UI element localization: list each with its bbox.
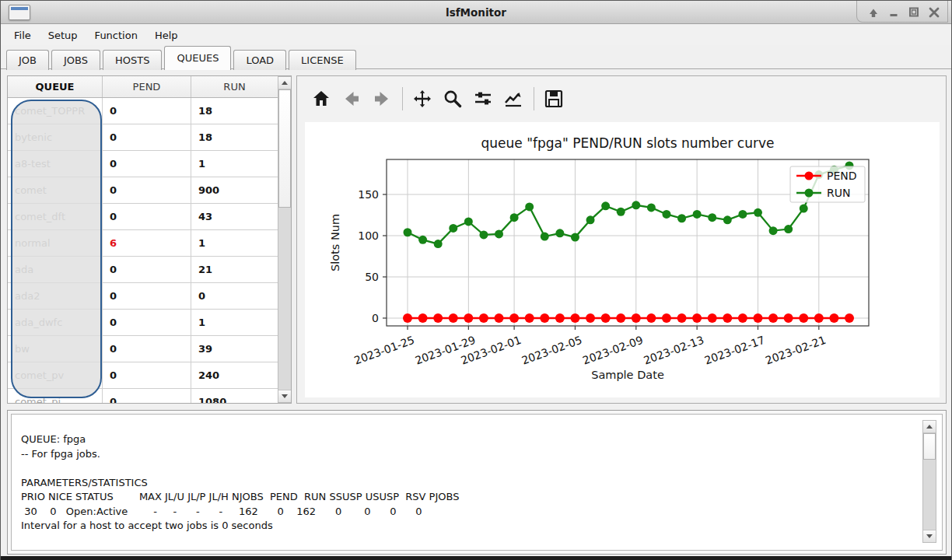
svg-text:2023-01-25: 2023-01-25 [352,334,416,367]
run-cell: 21 [191,257,278,282]
figure-canvas: PENDRUNqueue "fpga" PEND/RUN slots numbe… [305,122,940,397]
run-cell: 43 [191,204,278,229]
tab-job[interactable]: JOB [6,50,49,70]
tab-license[interactable]: LICENSE [289,50,356,70]
run-cell: 39 [191,336,278,362]
run-cell: 18 [191,98,278,124]
tab-queues[interactable]: QUEUES [164,46,231,70]
axes-edit-button[interactable] [500,86,527,112]
pend-cell: 0 [103,389,191,404]
zoom-icon [442,88,464,110]
window-title: lsfMonitor [1,1,951,24]
queue-column-selection-overlay[interactable] [11,100,102,398]
svg-text:0: 0 [372,312,379,324]
forward-icon [371,88,393,110]
lsfmonitor-window: lsfMonitor FileSetupFunctionHelp JOBJOBS… [0,0,952,560]
home-icon [310,88,332,110]
svg-text:100: 100 [358,229,379,242]
column-header-pend[interactable]: PEND [103,76,191,97]
svg-text:Slots Num: Slots Num [329,214,341,271]
chart-panel: PENDRUNqueue "fpga" PEND/RUN slots numbe… [296,75,947,404]
queue-slots-chart: PENDRUNqueue "fpga" PEND/RUN slots numbe… [305,122,940,397]
toolbar-separator [402,87,403,110]
tabbar: JOBJOBSHOSTSQUEUESLOADLICENSE [1,45,951,69]
svg-text:2023-02-17: 2023-02-17 [703,334,767,367]
svg-text:PEND: PEND [827,170,857,182]
scroll-down-button[interactable] [923,530,936,542]
pend-cell: 0 [103,177,191,203]
toolbar-separator [534,87,534,110]
menu-item-function[interactable]: Function [86,27,146,44]
svg-text:150: 150 [358,188,379,201]
minimize-button[interactable] [885,4,902,21]
triangle-down-icon [926,534,933,538]
queue-table-header: QUEUEPENDRUN [8,76,278,98]
menu-item-file[interactable]: File [5,27,40,44]
scroll-down-button[interactable] [278,390,291,402]
svg-text:2023-02-05: 2023-02-05 [520,334,584,367]
run-cell: 1 [191,230,278,256]
triangle-up-icon [926,425,933,429]
run-cell: 1 [191,151,278,177]
save-icon [543,88,565,110]
tab-hosts[interactable]: HOSTS [103,50,162,70]
subplots-config-icon [472,88,494,110]
pend-cell: 0 [103,362,191,388]
column-header-queue[interactable]: QUEUE [8,76,103,97]
scroll-up-button[interactable] [923,421,936,433]
pend-cell: 0 [103,204,191,229]
pan-button[interactable] [409,86,436,112]
detail-scrollbar[interactable] [922,420,936,543]
tab-jobs[interactable]: JOBS [51,50,100,70]
pan-icon [411,88,433,110]
scrollbar-thumb[interactable] [278,89,291,208]
svg-text:2023-02-21: 2023-02-21 [764,334,828,367]
menu-item-help[interactable]: Help [146,27,187,44]
run-cell: 240 [191,362,278,388]
run-cell: 1 [191,310,278,335]
zoom-button[interactable] [439,86,466,112]
menubar: FileSetupFunctionHelp [1,25,951,45]
triangle-down-icon [282,394,288,398]
run-cell: 18 [191,124,278,150]
home-button[interactable] [308,86,334,112]
svg-text:2023-02-13: 2023-02-13 [642,334,705,367]
scrollbar-thumb[interactable] [923,433,936,460]
run-cell: 900 [191,177,278,203]
pend-cell: 0 [103,124,191,150]
back-button[interactable] [338,86,365,112]
svg-text:2023-02-09: 2023-02-09 [581,334,645,367]
pend-cell: 0 [103,310,191,335]
scroll-up-button[interactable] [278,77,291,89]
axes-edit-icon [502,88,524,110]
pend-cell: 0 [103,283,191,309]
queue-table-scrollbar[interactable] [278,76,292,403]
title-bar[interactable]: lsfMonitor [1,1,951,24]
svg-text:Sample Date: Sample Date [591,369,664,381]
menu-item-setup[interactable]: Setup [40,27,86,44]
dash-icon [885,4,902,21]
forward-button[interactable] [369,86,395,112]
queue-detail-textarea[interactable]: QUEUE: fpga -- For fpga jobs. PARAMETERS… [11,414,943,551]
svg-text:50: 50 [365,271,379,283]
pend-cell: 0 [103,98,191,124]
tab-load[interactable]: LOAD [233,50,286,70]
subplots-config-button[interactable] [470,86,496,112]
column-header-run[interactable]: RUN [191,76,278,97]
queue-table-panel: QUEUEPENDRUN comet_TOPPR018bytenic018a8-… [7,75,292,404]
square-icon [905,4,922,21]
save-button[interactable] [541,86,567,112]
svg-text:RUN: RUN [827,187,850,199]
maximize-button[interactable] [905,4,922,21]
shade-button[interactable] [865,4,882,21]
pend-cell: 6 [103,230,191,256]
matplotlib-toolbar [308,82,571,115]
queue-detail-text: QUEUE: fpga -- For fpga jobs. PARAMETERS… [21,432,459,534]
back-icon [341,88,362,110]
close-button[interactable] [926,4,943,21]
pend-cell: 0 [103,151,191,177]
cross-icon [926,4,943,21]
run-cell: 0 [191,283,278,309]
queue-detail-panel: QUEUE: fpga -- For fpga jobs. PARAMETERS… [7,410,947,555]
triangle-up-icon [282,81,288,85]
